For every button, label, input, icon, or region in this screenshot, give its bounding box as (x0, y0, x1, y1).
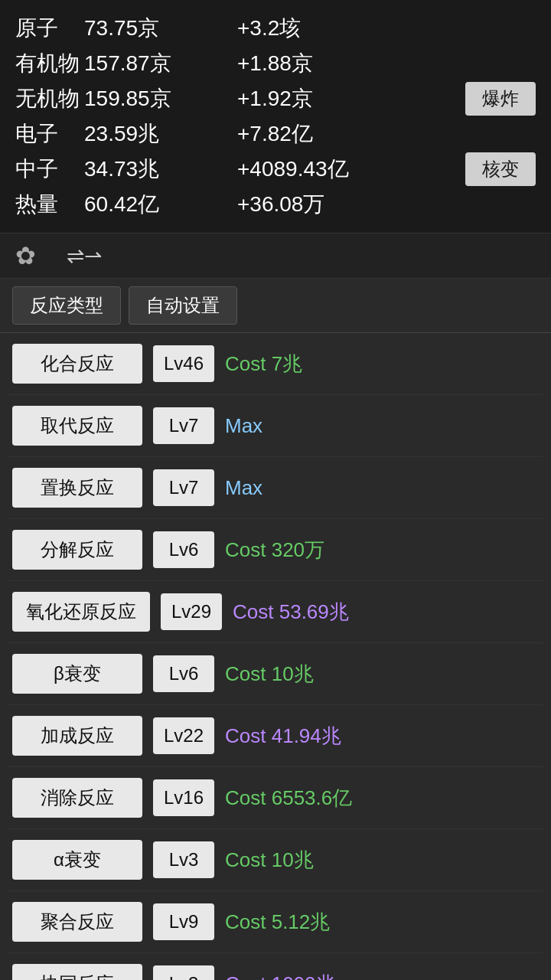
reaction-level: Lv22 (153, 717, 214, 754)
stat-row: 中子34.73兆+4089.43亿核变 (15, 155, 536, 184)
reaction-cost: Max (225, 414, 262, 438)
stat-row: 原子73.75京+3.2垓 (15, 14, 536, 43)
reaction-row: β衰变Lv6Cost 10兆 (8, 643, 543, 705)
stat-value: 157.87京 (84, 49, 237, 78)
reaction-level: Lv29 (161, 593, 222, 630)
icon-row: ✿ ⇌⇀ (0, 233, 551, 279)
reaction-name-button[interactable]: 取代反应 (12, 406, 142, 446)
reaction-cost: Cost 1000兆 (225, 971, 336, 981)
reaction-cost: Cost 5.12兆 (225, 909, 330, 936)
stat-value: 159.85京 (84, 84, 237, 113)
stat-row: 有机物157.87京+1.88京 (15, 49, 536, 78)
reaction-name-button[interactable]: 置换反应 (12, 468, 142, 508)
reaction-cost: Max (225, 476, 262, 500)
reaction-level: Lv6 (153, 531, 214, 568)
stat-delta: +7.82亿 (237, 119, 536, 149)
reaction-cost: Cost 41.94兆 (225, 723, 341, 750)
reaction-name-button[interactable]: α衰变 (12, 840, 142, 880)
reaction-level: Lv6 (153, 655, 214, 692)
reaction-name-button[interactable]: 加成反应 (12, 716, 142, 756)
shuffle-icon: ⇌⇀ (67, 243, 102, 269)
reaction-row: 消除反应Lv16Cost 6553.6亿 (8, 767, 543, 829)
reaction-name-button[interactable]: 聚合反应 (12, 902, 142, 942)
stat-value: 73.75京 (84, 14, 237, 43)
reaction-row: 聚合反应Lv9Cost 5.12兆 (8, 891, 543, 953)
reaction-row: 协同反应Lv3Cost 1000兆 (8, 953, 543, 980)
reaction-list: 化合反应Lv46Cost 7兆取代反应Lv7Max置换反应Lv7Max分解反应L… (0, 333, 551, 980)
reaction-name-button[interactable]: 消除反应 (12, 778, 142, 818)
reaction-level: Lv9 (153, 903, 214, 940)
reaction-row: α衰变Lv3Cost 10兆 (8, 829, 543, 891)
stat-row: 无机物159.85京+1.92京爆炸 (15, 84, 536, 113)
stat-delta: +3.2垓 (237, 14, 536, 43)
stat-name: 中子 (15, 155, 84, 184)
reaction-name-button[interactable]: 氧化还原反应 (12, 592, 150, 632)
stat-name: 电子 (15, 119, 84, 149)
reaction-name-button[interactable]: 化合反应 (12, 344, 142, 384)
tab-row: 反应类型 自动设置 (0, 279, 551, 333)
reaction-level: Lv3 (153, 965, 214, 980)
reaction-row: 取代反应Lv7Max (8, 395, 543, 457)
stat-name: 热量 (15, 190, 84, 219)
stat-row: 热量60.42亿+36.08万 (15, 190, 536, 219)
reaction-level: Lv46 (153, 345, 214, 382)
stat-row: 电子23.59兆+7.82亿 (15, 119, 536, 149)
reaction-row: 置换反应Lv7Max (8, 457, 543, 519)
reaction-name-button[interactable]: β衰变 (12, 654, 142, 694)
reaction-level: Lv16 (153, 779, 214, 816)
reaction-name-button[interactable]: 协同反应 (12, 964, 142, 980)
tab-auto-settings[interactable]: 自动设置 (129, 286, 237, 325)
reaction-level: Lv3 (153, 841, 214, 878)
stat-value: 23.59兆 (84, 119, 237, 149)
reaction-row: 化合反应Lv46Cost 7兆 (8, 333, 543, 395)
reaction-cost: Cost 53.69兆 (233, 599, 349, 626)
stat-action-button[interactable]: 爆炸 (465, 82, 536, 116)
reaction-level: Lv7 (153, 407, 214, 444)
reaction-level: Lv7 (153, 469, 214, 506)
stat-value: 34.73兆 (84, 155, 237, 184)
reaction-name-button[interactable]: 分解反应 (12, 530, 142, 570)
stat-name: 有机物 (15, 49, 84, 78)
stat-name: 无机物 (15, 84, 84, 113)
tab-reaction-type[interactable]: 反应类型 (12, 286, 121, 325)
reaction-cost: Cost 6553.6亿 (225, 785, 352, 812)
reaction-cost: Cost 7兆 (225, 351, 302, 377)
reaction-row: 分解反应Lv6Cost 320万 (8, 519, 543, 581)
stat-action-button[interactable]: 核变 (465, 152, 536, 186)
stat-name: 原子 (15, 14, 84, 43)
stat-delta: +1.88京 (237, 49, 536, 78)
reaction-row: 加成反应Lv22Cost 41.94兆 (8, 705, 543, 767)
flower-icon: ✿ (15, 241, 36, 270)
reaction-cost: Cost 10兆 (225, 847, 314, 874)
reaction-cost: Cost 320万 (225, 537, 324, 564)
reaction-row: 氧化还原反应Lv29Cost 53.69兆 (8, 581, 543, 643)
stats-section: 原子73.75京+3.2垓有机物157.87京+1.88京无机物159.85京+… (0, 0, 551, 233)
stat-value: 60.42亿 (84, 190, 237, 219)
stat-delta: +36.08万 (237, 190, 536, 219)
reaction-cost: Cost 10兆 (225, 661, 314, 688)
